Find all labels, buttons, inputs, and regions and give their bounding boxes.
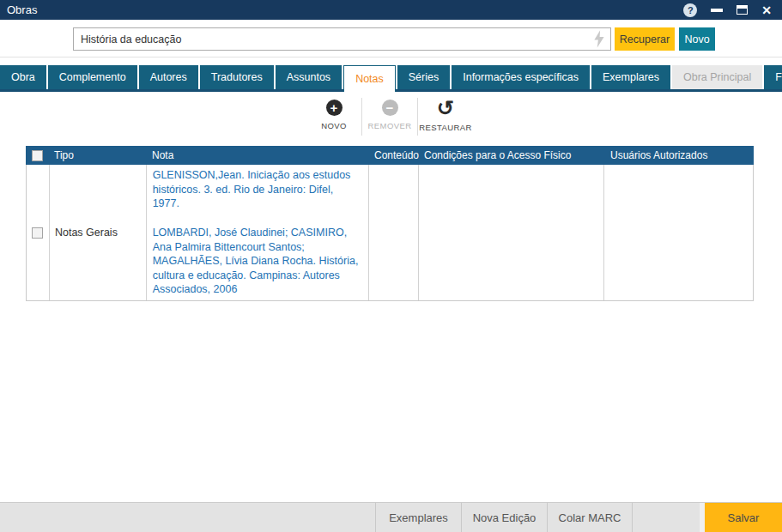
exemplares-button[interactable]: Exemplares bbox=[375, 503, 461, 532]
window-title: Obras bbox=[7, 3, 37, 16]
tab-notas[interactable]: Notas bbox=[343, 65, 396, 92]
tab-tradutores[interactable]: Tradutores bbox=[200, 65, 274, 89]
window-controls: ? ✕ bbox=[683, 3, 772, 17]
column-header-condicoes: Condições para o Acesso Físico bbox=[419, 149, 605, 161]
minimize-icon[interactable] bbox=[711, 9, 723, 12]
conteudo-cell bbox=[369, 165, 419, 300]
table-row: Notas Gerais GLENISSON,Jean. Iniciação a… bbox=[26, 165, 754, 301]
tab-obra-principal: Obra Principal bbox=[672, 65, 762, 89]
footer-bar: Exemplares Nova Edição Colar MARC Salvar bbox=[0, 502, 782, 532]
restaurar-note-label: RESTAURAR bbox=[419, 123, 472, 132]
notes-toolbar: + NOVO − REMOVER ↺ RESTAURAR bbox=[26, 96, 754, 137]
nota-cell: GLENISSON,Jean. Iniciação aos estudos hi… bbox=[147, 165, 369, 300]
search-row: Recuperar Novo bbox=[0, 20, 782, 57]
column-header-nota: Nota bbox=[146, 146, 369, 165]
select-all-checkbox[interactable] bbox=[32, 150, 43, 161]
recuperar-button[interactable]: Recuperar bbox=[615, 27, 675, 51]
column-header-usuarios: Usuários Autorizados bbox=[605, 149, 754, 161]
help-icon[interactable]: ? bbox=[683, 3, 697, 17]
tab-informacoes-especificas[interactable]: Informações específicas bbox=[452, 65, 590, 89]
tab-strip: Obra Complemento Autores Tradutores Assu… bbox=[0, 65, 782, 92]
row-checkbox[interactable] bbox=[32, 227, 43, 239]
tab-autores[interactable]: Autores bbox=[139, 65, 198, 89]
tab-series[interactable]: Séries bbox=[397, 65, 450, 89]
notes-table: Tipo Nota Conteúdo Condições para o Aces… bbox=[26, 146, 754, 301]
nova-edicao-button[interactable]: Nova Edição bbox=[461, 503, 547, 532]
remover-note-label: REMOVER bbox=[368, 121, 412, 130]
column-header-tipo: Tipo bbox=[49, 149, 146, 161]
row-checkbox-cell bbox=[27, 165, 50, 300]
tab-assuntos[interactable]: Assuntos bbox=[276, 65, 342, 89]
restore-history-icon: ↺ bbox=[437, 100, 454, 118]
titlebar: Obras ? ✕ bbox=[0, 0, 782, 20]
header-checkbox-cell bbox=[26, 150, 49, 161]
tab-ficha[interactable]: Ficha bbox=[764, 65, 782, 89]
nota-paragraph-gap bbox=[153, 211, 362, 226]
nota-paragraph: GLENISSON,Jean. Iniciação aos estudos hi… bbox=[153, 168, 362, 211]
novo-note-label: NOVO bbox=[321, 121, 347, 130]
restore-window-icon[interactable] bbox=[737, 5, 748, 15]
close-icon[interactable]: ✕ bbox=[761, 4, 772, 16]
plus-circle-icon: + bbox=[326, 100, 343, 116]
restaurar-note-button[interactable]: ↺ RESTAURAR bbox=[418, 96, 473, 137]
tab-exemplares[interactable]: Exemplares bbox=[591, 65, 670, 89]
condicoes-cell bbox=[419, 165, 604, 300]
obras-window: Obras ? ✕ Recuperar Novo Obra Complement… bbox=[0, 0, 782, 532]
novo-button[interactable]: Novo bbox=[679, 27, 715, 51]
novo-note-button[interactable]: + NOVO bbox=[306, 96, 361, 137]
column-header-conteudo: Conteúdo bbox=[369, 149, 419, 161]
lightning-icon[interactable] bbox=[591, 29, 607, 49]
tab-complemento[interactable]: Complemento bbox=[48, 65, 137, 89]
notes-table-header: Tipo Nota Conteúdo Condições para o Aces… bbox=[26, 146, 754, 165]
nota-paragraph: LOMBARDI, José Claudinei; CASIMIRO, Ana … bbox=[153, 226, 362, 297]
tipo-cell: Notas Gerais bbox=[50, 165, 147, 300]
minus-circle-icon: − bbox=[382, 100, 398, 116]
search-field-wrap bbox=[73, 27, 611, 51]
salvar-button[interactable]: Salvar bbox=[705, 503, 782, 532]
remover-note-button: − REMOVER bbox=[362, 96, 417, 137]
tab-obra[interactable]: Obra bbox=[0, 65, 46, 89]
search-input[interactable] bbox=[74, 28, 591, 50]
tabs: Obra Complemento Autores Tradutores Assu… bbox=[0, 65, 782, 92]
usuarios-cell bbox=[604, 165, 753, 300]
colar-marc-button[interactable]: Colar MARC bbox=[547, 503, 633, 532]
